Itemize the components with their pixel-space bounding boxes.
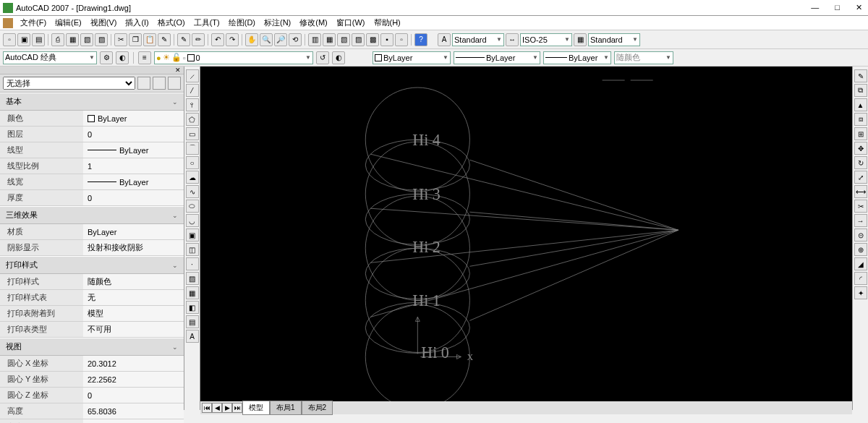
polygon-icon[interactable]: ⬠ <box>186 113 199 126</box>
ellipse-arc-icon[interactable]: ◡ <box>186 214 199 227</box>
section-print[interactable]: 打印样式⌄ <box>0 256 184 274</box>
fillet-icon[interactable]: ◜ <box>854 272 867 285</box>
table-icon[interactable]: ▫ <box>395 33 408 46</box>
text-style-icon[interactable]: A <box>438 33 451 46</box>
props-icon[interactable]: ▥ <box>308 33 321 46</box>
panel-close-icon[interactable]: ✕ <box>0 67 184 74</box>
zoom-prev-icon[interactable]: ⟲ <box>289 33 302 46</box>
minimize-button[interactable]: — <box>808 3 822 12</box>
gradient-icon[interactable]: ▦ <box>186 286 199 299</box>
rectangle-icon[interactable]: ▭ <box>186 127 199 140</box>
layer-state-icon[interactable]: ◐ <box>332 51 345 64</box>
workspace-settings-icon[interactable]: ⚙ <box>100 51 113 64</box>
menu-file[interactable]: 文件(F) <box>17 16 49 30</box>
join-icon[interactable]: ⊕ <box>854 243 867 256</box>
select-objects-icon[interactable] <box>153 77 166 90</box>
quick-select-icon[interactable] <box>137 77 150 90</box>
mtext-icon[interactable]: A <box>186 330 199 343</box>
plot-style-combo[interactable]: 随颜色▼ <box>614 51 673 64</box>
section-basic[interactable]: 基本⌄ <box>0 93 184 111</box>
trim-icon[interactable]: ✂ <box>854 200 867 213</box>
linetype-combo[interactable]: ByLayer▼ <box>454 51 540 64</box>
pan-icon[interactable]: ✋ <box>245 33 258 46</box>
section-view[interactable]: 视图⌄ <box>0 338 184 356</box>
layer-prev-icon[interactable]: ↺ <box>316 51 329 64</box>
rotate-icon[interactable]: ↻ <box>854 156 867 169</box>
break-icon[interactable]: ⊝ <box>854 228 867 242</box>
markup-icon[interactable]: ▩ <box>366 33 379 46</box>
tab-model[interactable]: 模型 <box>242 401 270 415</box>
tab-next-icon[interactable]: ▶ <box>222 403 232 413</box>
menu-window[interactable]: 窗口(W) <box>333 16 368 30</box>
menu-edit[interactable]: 编辑(E) <box>52 16 85 30</box>
table-style-icon[interactable]: ▦ <box>574 33 587 46</box>
menu-insert[interactable]: 插入(I) <box>122 16 151 30</box>
spline-icon[interactable]: ∿ <box>186 185 199 198</box>
menu-tools[interactable]: 工具(T) <box>191 16 223 30</box>
mirror-icon[interactable]: ▲ <box>854 98 867 111</box>
new-icon[interactable]: ▫ <box>3 33 16 46</box>
table-draw-icon[interactable]: ▤ <box>186 315 199 328</box>
erase-icon[interactable]: ✎ <box>854 69 867 82</box>
stretch-icon[interactable]: ⟷ <box>854 185 867 198</box>
offset-icon[interactable]: ⧈ <box>854 113 867 126</box>
scale-icon[interactable]: ⤢ <box>854 171 867 184</box>
redo-icon[interactable]: ↷ <box>226 33 239 46</box>
system-menu-icon[interactable] <box>3 18 13 28</box>
match-icon[interactable]: ✎ <box>158 33 171 46</box>
pline-icon[interactable]: ⫯ <box>186 98 199 111</box>
explode-icon[interactable]: ✦ <box>854 286 867 299</box>
make-block-icon[interactable]: ◫ <box>186 243 199 256</box>
open-icon[interactable]: ▣ <box>17 33 30 46</box>
copy-icon[interactable]: ❐ <box>129 33 142 46</box>
section-3d[interactable]: 三维效果⌄ <box>0 206 184 224</box>
save-icon[interactable]: ▤ <box>32 33 45 46</box>
lineweight-combo[interactable]: ByLayer▼ <box>543 51 611 64</box>
dim-style-icon[interactable]: ↔ <box>506 33 519 46</box>
help-icon[interactable]: ? <box>414 33 427 46</box>
line-icon[interactable]: ⟋ <box>186 69 199 82</box>
workspace-save-icon[interactable]: ◐ <box>116 51 129 64</box>
tab-first-icon[interactable]: ⏮ <box>202 403 212 413</box>
text-style-combo[interactable]: Standard▼ <box>452 33 504 46</box>
dc-icon[interactable]: ▦ <box>323 33 336 46</box>
color-combo[interactable]: ByLayer▼ <box>373 51 451 64</box>
tab-layout2[interactable]: 布局2 <box>302 401 333 415</box>
menu-format[interactable]: 格式(O) <box>155 16 188 30</box>
zoom-rt-icon[interactable]: 🔍 <box>260 33 273 46</box>
selection-combo[interactable]: 无选择 <box>3 77 135 90</box>
model-viewport[interactable]: Hi 4 Hi 3 Hi 2 Hi 1 Hi 0 X <box>200 67 852 401</box>
workspace-combo[interactable]: AutoCAD 经典▼ <box>3 51 97 64</box>
menu-view[interactable]: 视图(V) <box>88 16 120 30</box>
menu-help[interactable]: 帮助(H) <box>371 16 404 30</box>
toggle-pset-icon[interactable] <box>168 77 181 90</box>
tab-prev-icon[interactable]: ◀ <box>212 403 222 413</box>
revcloud-icon[interactable]: ☁ <box>186 171 199 184</box>
point-icon[interactable]: · <box>186 257 199 270</box>
circle-icon[interactable]: ○ <box>186 156 199 169</box>
chamfer-icon[interactable]: ◢ <box>854 257 867 270</box>
extend-icon[interactable]: → <box>854 214 867 227</box>
cut-icon[interactable]: ✂ <box>114 33 127 46</box>
hatch-icon[interactable]: ▨ <box>186 272 199 285</box>
tab-last-icon[interactable]: ⏭ <box>232 403 242 413</box>
brush-icon[interactable]: ✎ <box>177 33 190 46</box>
paste-icon[interactable]: 📋 <box>143 33 156 46</box>
preview-icon[interactable]: ▦ <box>66 33 79 46</box>
calc-icon[interactable]: ▪ <box>380 33 393 46</box>
menu-draw[interactable]: 绘图(D) <box>226 16 258 30</box>
layer-combo[interactable]: ●☀🔓▫ 0▼ <box>154 51 313 64</box>
menu-modify[interactable]: 修改(M) <box>297 16 331 30</box>
maximize-button[interactable]: □ <box>832 3 843 12</box>
plot-icon[interactable]: ▨ <box>95 33 108 46</box>
layer-props-icon[interactable]: ≡ <box>138 51 151 64</box>
xline-icon[interactable]: ∕ <box>186 84 199 97</box>
zoom-win-icon[interactable]: 🔎 <box>274 33 287 46</box>
move-icon[interactable]: ✥ <box>854 142 867 155</box>
eraser-icon[interactable]: ✏ <box>192 33 205 46</box>
copy-obj-icon[interactable]: ⧉ <box>854 84 867 97</box>
undo-icon[interactable]: ↶ <box>211 33 224 46</box>
print-icon[interactable]: ⎙ <box>51 33 64 46</box>
ellipse-icon[interactable]: ⬭ <box>186 200 199 213</box>
menu-dimension[interactable]: 标注(N) <box>261 16 294 30</box>
